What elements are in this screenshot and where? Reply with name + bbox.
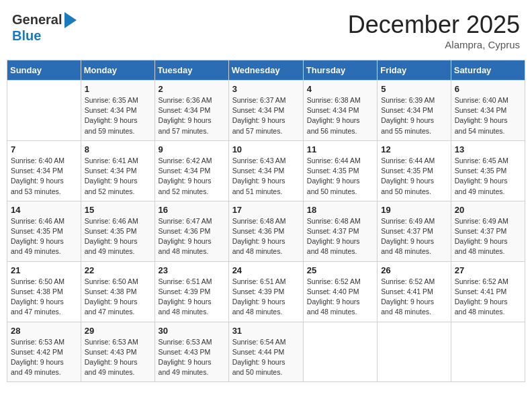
day-number: 17 [232, 205, 300, 215]
day-info: Sunrise: 6:54 AM Sunset: 4:44 PM Dayligh… [232, 337, 300, 378]
day-number: 15 [85, 205, 151, 215]
day-info: Sunrise: 6:42 AM Sunset: 4:34 PM Dayligh… [159, 156, 225, 197]
day-info: Sunrise: 6:40 AM Sunset: 4:34 PM Dayligh… [455, 95, 521, 136]
logo: General Blue [12, 11, 77, 44]
page-header: General Blue December 2025 Alampra, Cypr… [7, 7, 525, 54]
day-number: 14 [11, 205, 77, 215]
calendar-cell: 18Sunrise: 6:48 AM Sunset: 4:37 PM Dayli… [303, 201, 377, 261]
calendar-cell: 1Sunrise: 6:35 AM Sunset: 4:34 PM Daylig… [81, 81, 154, 141]
day-number: 30 [159, 326, 225, 336]
day-info: Sunrise: 6:46 AM Sunset: 4:35 PM Dayligh… [11, 216, 77, 257]
day-number: 12 [381, 144, 447, 154]
calendar-cell: 11Sunrise: 6:44 AM Sunset: 4:35 PM Dayli… [303, 140, 377, 201]
weekday-header-wednesday: Wednesday [228, 60, 303, 81]
day-number: 26 [381, 265, 447, 275]
calendar-cell: 6Sunrise: 6:40 AM Sunset: 4:34 PM Daylig… [451, 81, 525, 141]
calendar-cell: 24Sunrise: 6:51 AM Sunset: 4:39 PM Dayli… [228, 261, 303, 322]
day-info: Sunrise: 6:51 AM Sunset: 4:39 PM Dayligh… [159, 277, 225, 318]
calendar-cell: 22Sunrise: 6:50 AM Sunset: 4:38 PM Dayli… [81, 261, 154, 322]
day-info: Sunrise: 6:45 AM Sunset: 4:35 PM Dayligh… [455, 156, 521, 197]
calendar-cell: 3Sunrise: 6:37 AM Sunset: 4:34 PM Daylig… [228, 81, 303, 141]
calendar-cell [378, 322, 451, 382]
day-info: Sunrise: 6:49 AM Sunset: 4:37 PM Dayligh… [455, 216, 521, 257]
day-number: 13 [455, 144, 521, 154]
day-info: Sunrise: 6:40 AM Sunset: 4:34 PM Dayligh… [11, 156, 77, 197]
calendar-cell: 17Sunrise: 6:48 AM Sunset: 4:36 PM Dayli… [228, 201, 303, 261]
day-number: 20 [455, 205, 521, 215]
calendar-cell: 30Sunrise: 6:53 AM Sunset: 4:43 PM Dayli… [154, 322, 228, 382]
calendar-header-row: SundayMondayTuesdayWednesdayThursdayFrid… [7, 60, 525, 81]
calendar-week-row: 14Sunrise: 6:46 AM Sunset: 4:35 PM Dayli… [7, 201, 525, 261]
day-info: Sunrise: 6:47 AM Sunset: 4:36 PM Dayligh… [159, 216, 225, 257]
calendar-cell: 31Sunrise: 6:54 AM Sunset: 4:44 PM Dayli… [228, 322, 303, 382]
logo-blue-text: Blue [12, 28, 41, 44]
calendar-cell: 5Sunrise: 6:39 AM Sunset: 4:34 PM Daylig… [378, 81, 451, 141]
weekday-header-tuesday: Tuesday [154, 60, 228, 81]
calendar-cell: 10Sunrise: 6:43 AM Sunset: 4:34 PM Dayli… [228, 140, 303, 201]
day-info: Sunrise: 6:52 AM Sunset: 4:41 PM Dayligh… [455, 277, 521, 318]
day-number: 7 [11, 144, 77, 154]
calendar-cell: 14Sunrise: 6:46 AM Sunset: 4:35 PM Dayli… [7, 201, 81, 261]
day-info: Sunrise: 6:50 AM Sunset: 4:38 PM Dayligh… [85, 277, 151, 318]
day-number: 19 [381, 205, 447, 215]
day-info: Sunrise: 6:53 AM Sunset: 4:43 PM Dayligh… [159, 337, 225, 378]
day-number: 4 [307, 84, 373, 94]
calendar-cell [7, 81, 81, 141]
day-number: 31 [232, 326, 300, 336]
day-number: 24 [232, 265, 300, 275]
calendar-cell: 28Sunrise: 6:53 AM Sunset: 4:42 PM Dayli… [7, 322, 81, 382]
day-info: Sunrise: 6:48 AM Sunset: 4:36 PM Dayligh… [232, 216, 300, 257]
calendar-cell: 29Sunrise: 6:53 AM Sunset: 4:43 PM Dayli… [81, 322, 154, 382]
day-info: Sunrise: 6:44 AM Sunset: 4:35 PM Dayligh… [381, 156, 447, 197]
location-subtitle: Alampra, Cyprus [348, 39, 520, 50]
day-info: Sunrise: 6:36 AM Sunset: 4:34 PM Dayligh… [159, 95, 225, 136]
calendar-week-row: 21Sunrise: 6:50 AM Sunset: 4:38 PM Dayli… [7, 261, 525, 322]
day-number: 16 [159, 205, 225, 215]
day-number: 10 [232, 144, 300, 154]
calendar-cell: 13Sunrise: 6:45 AM Sunset: 4:35 PM Dayli… [451, 140, 525, 201]
day-number: 28 [11, 326, 77, 336]
day-number: 25 [307, 265, 373, 275]
weekday-header-friday: Friday [378, 60, 451, 81]
day-info: Sunrise: 6:46 AM Sunset: 4:35 PM Dayligh… [85, 216, 151, 257]
day-number: 11 [307, 144, 373, 154]
day-info: Sunrise: 6:38 AM Sunset: 4:34 PM Dayligh… [307, 95, 373, 136]
calendar-cell: 26Sunrise: 6:52 AM Sunset: 4:41 PM Dayli… [378, 261, 451, 322]
day-number: 22 [85, 265, 151, 275]
day-number: 1 [85, 84, 151, 94]
day-info: Sunrise: 6:44 AM Sunset: 4:35 PM Dayligh… [307, 156, 373, 197]
day-info: Sunrise: 6:48 AM Sunset: 4:37 PM Dayligh… [307, 216, 373, 257]
day-info: Sunrise: 6:39 AM Sunset: 4:34 PM Dayligh… [381, 95, 447, 136]
day-info: Sunrise: 6:37 AM Sunset: 4:34 PM Dayligh… [232, 95, 300, 136]
day-number: 2 [159, 84, 225, 94]
calendar-cell: 8Sunrise: 6:41 AM Sunset: 4:34 PM Daylig… [81, 140, 154, 201]
day-info: Sunrise: 6:52 AM Sunset: 4:40 PM Dayligh… [307, 277, 373, 318]
day-number: 9 [159, 144, 225, 154]
day-info: Sunrise: 6:41 AM Sunset: 4:34 PM Dayligh… [85, 156, 151, 197]
calendar-cell: 9Sunrise: 6:42 AM Sunset: 4:34 PM Daylig… [154, 140, 228, 201]
calendar-week-row: 28Sunrise: 6:53 AM Sunset: 4:42 PM Dayli… [7, 322, 525, 382]
day-number: 18 [307, 205, 373, 215]
day-number: 3 [232, 84, 300, 94]
calendar-cell: 15Sunrise: 6:46 AM Sunset: 4:35 PM Dayli… [81, 201, 154, 261]
day-info: Sunrise: 6:50 AM Sunset: 4:38 PM Dayligh… [11, 277, 77, 318]
day-number: 6 [455, 84, 521, 94]
logo-arrow-icon [64, 12, 77, 28]
calendar-cell [303, 322, 377, 382]
day-number: 29 [85, 326, 151, 336]
day-info: Sunrise: 6:53 AM Sunset: 4:43 PM Dayligh… [85, 337, 151, 378]
day-info: Sunrise: 6:52 AM Sunset: 4:41 PM Dayligh… [381, 277, 447, 318]
calendar-cell: 20Sunrise: 6:49 AM Sunset: 4:37 PM Dayli… [451, 201, 525, 261]
day-number: 21 [11, 265, 77, 275]
day-info: Sunrise: 6:53 AM Sunset: 4:42 PM Dayligh… [11, 337, 77, 378]
calendar-cell: 4Sunrise: 6:38 AM Sunset: 4:34 PM Daylig… [303, 81, 377, 141]
weekday-header-saturday: Saturday [451, 60, 525, 81]
calendar-cell: 19Sunrise: 6:49 AM Sunset: 4:37 PM Dayli… [378, 201, 451, 261]
day-number: 23 [159, 265, 225, 275]
day-info: Sunrise: 6:51 AM Sunset: 4:39 PM Dayligh… [232, 277, 300, 318]
weekday-header-thursday: Thursday [303, 60, 377, 81]
calendar-table: SundayMondayTuesdayWednesdayThursdayFrid… [7, 60, 525, 382]
month-title: December 2025 [348, 11, 520, 39]
day-info: Sunrise: 6:35 AM Sunset: 4:34 PM Dayligh… [85, 95, 151, 136]
calendar-cell: 12Sunrise: 6:44 AM Sunset: 4:35 PM Dayli… [378, 140, 451, 201]
